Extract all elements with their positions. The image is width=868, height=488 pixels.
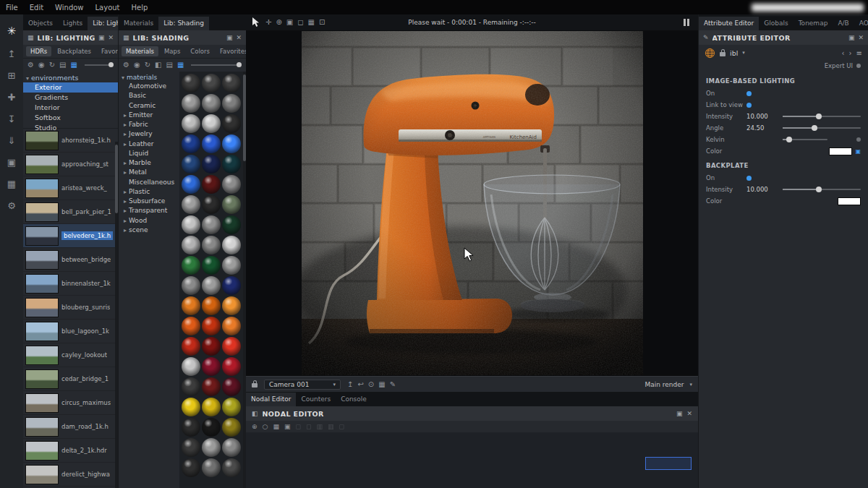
material-sphere[interactable] [222,215,241,234]
bottom-tab-console[interactable]: Console [336,393,372,406]
material-sphere[interactable] [202,74,221,93]
tree-item-gradients[interactable]: Gradients [23,93,118,103]
dock-tab-tonemap[interactable]: Tonemap [793,17,833,30]
checker-icon[interactable]: ▦ [308,19,315,26]
material-sphere[interactable] [222,418,241,437]
material-sphere[interactable] [202,398,221,416]
menu-item-window[interactable]: Window [49,1,89,14]
slider-handle[interactable] [812,125,817,131]
refresh-icon[interactable]: ↻ [49,61,55,69]
material-sphere[interactable] [202,418,221,437]
render-viewport[interactable]: KitchenAid ARTISAN [246,30,698,376]
float-panel-icon[interactable]: ▣ [226,35,233,41]
toggle-link-to-view[interactable] [746,103,752,108]
material-sphere[interactable] [202,195,221,214]
material-sphere[interactable] [222,114,241,133]
slider-kelvin[interactable] [783,139,827,140]
tab-backplates[interactable]: Backplates [53,46,95,56]
hdr-item-cayley-lookout[interactable]: cayley_lookout [23,343,118,367]
material-sphere[interactable] [182,114,200,133]
dock-tab-lib-shading[interactable]: Lib: Shading [158,17,209,30]
node-graph[interactable] [246,432,698,488]
pause-button[interactable] [684,19,689,26]
menu-item-file[interactable]: File [0,1,24,14]
material-sphere[interactable] [202,155,221,174]
tree-root-materials[interactable]: ▾materials [119,73,179,82]
float-panel-icon[interactable]: ▣ [848,35,855,41]
material-sphere[interactable] [182,276,200,295]
lock-icon[interactable] [252,383,258,388]
material-sphere[interactable] [222,195,241,214]
render-region-icon[interactable]: ⊡ [319,19,325,26]
material-sphere[interactable] [182,458,200,477]
snapshot-icon[interactable]: ▣ [284,424,291,430]
slider-handle[interactable] [816,114,822,119]
import-icon[interactable]: ↧ [8,114,16,124]
tab-colors[interactable]: Colors [186,46,214,56]
material-sphere[interactable] [182,438,200,457]
material-sphere[interactable] [202,276,221,295]
settings-icon[interactable]: ⚙ [123,61,129,69]
tab-hdrs[interactable]: HDRs [26,46,51,56]
toggle-on[interactable] [746,91,752,96]
material-sphere[interactable] [182,377,200,396]
circle-node-icon[interactable]: ○ [263,424,268,430]
sphere-preview-icon[interactable]: ◉ [38,61,45,69]
material-sphere[interactable] [182,74,200,93]
layout-icon[interactable]: ▦ [273,424,279,430]
material-sphere[interactable] [182,215,200,234]
settings-icon[interactable]: ⚙ [7,201,16,210]
tab-maps[interactable]: Maps [160,46,184,56]
tree-item-basic[interactable]: Basic [119,91,179,100]
bottom-tab-nodal-editor[interactable]: Nodal Editor [246,393,296,406]
lock-icon[interactable] [720,52,726,56]
material-sphere[interactable] [182,418,200,437]
export-icon[interactable]: ↥ [347,381,353,388]
tree-item-plastic[interactable]: ▸Plastic [119,187,179,197]
tree-root-environments[interactable]: ▾environments [23,73,118,82]
hdr-item-circus-maximus[interactable]: circus_maximus [23,391,118,415]
menu-icon[interactable]: ≡ [856,49,862,57]
grid-view-icon[interactable]: ▦ [177,61,184,69]
material-sphere[interactable] [222,317,241,335]
tree-item-transparent[interactable]: ▸Transparent [119,206,179,215]
sphere-preview-icon[interactable]: ◉ [134,61,140,69]
prev-icon[interactable]: ‹ [842,49,845,57]
hdr-item-blue-lagoon-1k[interactable]: blue_lagoon_1k [23,320,118,343]
material-sphere[interactable] [182,317,200,335]
thumbnail-size-slider[interactable] [191,64,242,66]
add-icon[interactable]: ✚ [8,93,16,102]
material-sphere[interactable] [202,215,221,234]
material-sphere[interactable] [222,337,241,356]
material-sphere[interactable] [202,438,221,457]
dock-tab-lights[interactable]: Lights [58,17,88,30]
tab-materials[interactable]: Materials [122,46,158,56]
align-left-icon[interactable]: ◻ [295,424,300,430]
material-sphere[interactable] [222,377,241,396]
render-target-select[interactable]: Main render ▾ [644,381,692,388]
material-sphere[interactable] [202,94,221,113]
camera-select[interactable]: Camera 001 ▾ [264,380,341,390]
history-icon[interactable]: ↩ [357,381,363,388]
material-sphere[interactable] [182,296,200,315]
tree-item-interior[interactable]: Interior [23,103,118,113]
hdr-item-blouberg-sunris[interactable]: blouberg_sunris [23,296,118,320]
material-sphere[interactable] [222,357,241,376]
material-sphere[interactable] [182,236,200,254]
material-sphere[interactable] [222,256,241,275]
expert-ui-toggle[interactable] [856,64,861,68]
material-sphere[interactable] [222,276,241,295]
split-view-icon[interactable]: ◧ [155,61,161,69]
material-sphere[interactable] [182,195,200,214]
dock-tab-materials[interactable]: Materials [119,17,158,30]
grid-icon[interactable]: ▦ [378,381,385,388]
material-sphere[interactable] [182,337,200,356]
material-sphere[interactable] [202,357,221,376]
material-sphere[interactable] [222,296,241,315]
distribute-v-icon[interactable]: ▥ [328,424,334,430]
refresh-icon[interactable]: ↻ [145,61,150,69]
tree-item-jewelry[interactable]: ▸Jewelry [119,129,179,139]
float-panel-icon[interactable]: ▣ [676,411,683,417]
hdr-item-between-bridge[interactable]: between_bridge [23,248,118,272]
next-icon[interactable]: › [849,49,852,57]
